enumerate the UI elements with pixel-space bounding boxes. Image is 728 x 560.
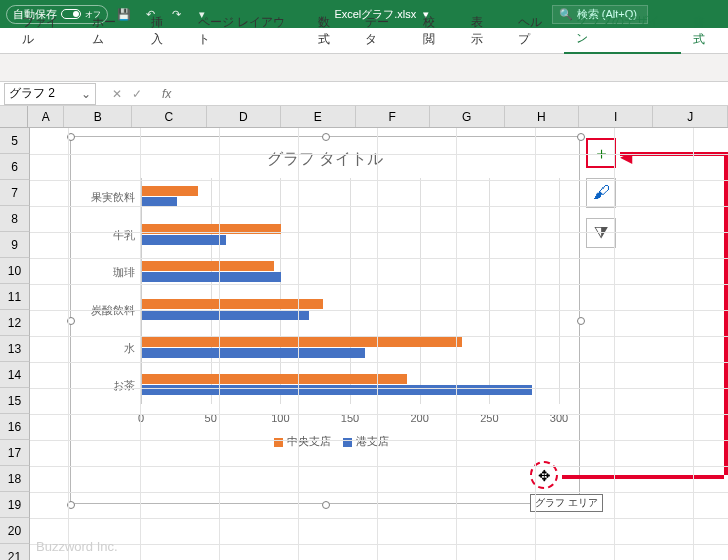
bar-港支店[interactable]	[142, 235, 226, 245]
ribbon-tabs: ファイルホーム挿入ページ レイアウト数式データ校閲表示ヘルプグラフのデザイン書式	[0, 28, 728, 54]
chart-title[interactable]: グラフ タイトル	[71, 149, 579, 170]
qat-dropdown-icon[interactable]: ▾	[192, 8, 212, 21]
row-headers: 56789101112131415161718192021	[0, 128, 30, 560]
row-header[interactable]: 12	[0, 310, 30, 336]
row-header[interactable]: 19	[0, 492, 30, 518]
tab-書式[interactable]: 書式	[681, 10, 728, 53]
tab-表示[interactable]: 表示	[459, 10, 506, 53]
select-all-corner[interactable]	[0, 106, 28, 127]
chevron-down-icon[interactable]: ⌄	[81, 87, 91, 101]
col-header[interactable]: D	[207, 106, 281, 127]
bar-中央支店[interactable]	[142, 337, 462, 347]
col-header[interactable]: G	[430, 106, 504, 127]
chart-object[interactable]: グラフ タイトル 050100150200250300果実飲料牛乳珈琲炭酸飲料水…	[70, 136, 580, 504]
chart-area-tooltip: グラフ エリア	[530, 494, 603, 512]
row-header[interactable]: 14	[0, 362, 30, 388]
row-header[interactable]: 9	[0, 232, 30, 258]
toggle-icon	[61, 9, 81, 19]
row-header[interactable]: 18	[0, 466, 30, 492]
annotation-line	[724, 152, 728, 475]
row-header[interactable]: 8	[0, 206, 30, 232]
bar-中央支店[interactable]	[142, 261, 274, 271]
category-label: 果実飲料	[91, 189, 141, 204]
fx-icon[interactable]: fx	[162, 87, 171, 101]
row-header[interactable]: 7	[0, 180, 30, 206]
tab-データ[interactable]: データ	[353, 10, 412, 53]
chart-styles-button[interactable]: 🖌	[586, 178, 616, 208]
col-header[interactable]: E	[281, 106, 355, 127]
row-header[interactable]: 10	[0, 258, 30, 284]
formula-bar-row: グラフ 2 ⌄ ✕ ✓ fx	[0, 82, 728, 106]
chart-legend[interactable]: 中央支店港支店	[71, 434, 579, 449]
col-header[interactable]: B	[64, 106, 132, 127]
bar-中央支店[interactable]	[142, 299, 323, 309]
col-header[interactable]: A	[28, 106, 64, 127]
category-label: 水	[124, 340, 141, 355]
chart-filters-button[interactable]: ⧩	[586, 218, 616, 248]
selection-handle[interactable]	[577, 133, 585, 141]
category-label: お茶	[113, 378, 141, 393]
cells-area[interactable]: グラフ タイトル 050100150200250300果実飲料牛乳珈琲炭酸飲料水…	[30, 128, 728, 560]
bar-中央支店[interactable]	[142, 186, 198, 196]
col-header[interactable]: I	[579, 106, 653, 127]
col-header[interactable]: H	[505, 106, 579, 127]
column-headers: ABCDEFGHIJ	[0, 106, 728, 128]
tab-ヘルプ[interactable]: ヘルプ	[506, 10, 565, 53]
ribbon-toolstrip	[0, 54, 728, 82]
row-header[interactable]: 6	[0, 154, 30, 180]
name-box[interactable]: グラフ 2 ⌄	[4, 83, 96, 105]
watermark: Buzzword Inc.	[36, 539, 118, 554]
row-header[interactable]: 13	[0, 336, 30, 362]
spreadsheet-grid[interactable]: ABCDEFGHIJ 56789101112131415161718192021…	[0, 106, 728, 560]
col-header[interactable]: F	[356, 106, 430, 127]
row-header[interactable]: 20	[0, 518, 30, 544]
redo-icon[interactable]: ↷	[166, 8, 186, 21]
category-label: 珈琲	[113, 265, 141, 280]
row-header[interactable]: 21	[0, 544, 30, 560]
legend-label[interactable]: 中央支店	[287, 435, 331, 447]
save-icon[interactable]: 💾	[114, 8, 134, 21]
chart-elements-button[interactable]: ＋	[586, 138, 616, 168]
plot-area[interactable]: 050100150200250300果実飲料牛乳珈琲炭酸飲料水お茶	[141, 178, 559, 428]
row-header[interactable]: 11	[0, 284, 30, 310]
bar-港支店[interactable]	[142, 310, 309, 320]
cancel-icon[interactable]: ✕	[112, 87, 122, 101]
selection-handle[interactable]	[577, 317, 585, 325]
bar-港支店[interactable]	[142, 385, 532, 395]
row-header[interactable]: 16	[0, 414, 30, 440]
bar-中央支店[interactable]	[142, 374, 407, 384]
name-box-value: グラフ 2	[9, 85, 55, 102]
selection-handle[interactable]	[322, 501, 330, 509]
undo-icon[interactable]: ↶	[140, 8, 160, 21]
enter-icon[interactable]: ✓	[132, 87, 142, 101]
cursor-icon: ✥	[538, 467, 551, 485]
legend-swatch	[343, 438, 352, 447]
tab-グラフのデザイン[interactable]: グラフのデザイン	[564, 9, 680, 54]
bar-港支店[interactable]	[142, 348, 365, 358]
annotation-line	[562, 475, 724, 479]
legend-label[interactable]: 港支店	[356, 435, 389, 447]
legend-swatch	[274, 438, 283, 447]
selection-handle[interactable]	[322, 133, 330, 141]
col-header[interactable]: C	[132, 106, 206, 127]
tab-校閲[interactable]: 校閲	[411, 10, 458, 53]
row-header[interactable]: 15	[0, 388, 30, 414]
row-header[interactable]: 5	[0, 128, 30, 154]
col-header[interactable]: J	[653, 106, 727, 127]
bar-港支店[interactable]	[142, 272, 281, 282]
tab-数式[interactable]: 数式	[306, 10, 353, 53]
category-label: 牛乳	[113, 227, 141, 242]
row-header[interactable]: 17	[0, 440, 30, 466]
annotation-arrowhead: ◀	[620, 147, 632, 166]
